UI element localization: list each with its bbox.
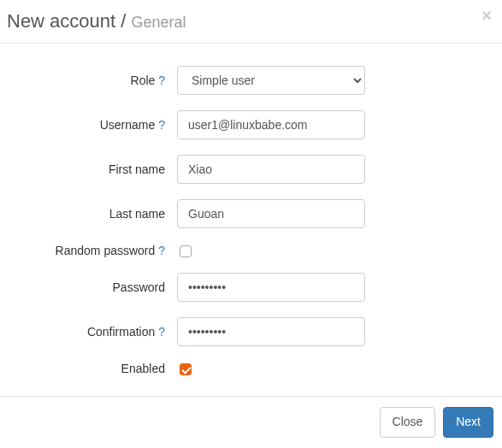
- username-input[interactable]: [177, 110, 365, 139]
- label-role: Role ?: [13, 74, 177, 87]
- row-random-password: Random password ?: [13, 244, 489, 257]
- help-icon[interactable]: ?: [158, 244, 165, 257]
- row-last-name: Last name: [13, 199, 489, 228]
- help-icon[interactable]: ?: [158, 74, 165, 87]
- row-enabled: Enabled: [13, 362, 489, 375]
- label-role-text: Role: [131, 74, 156, 87]
- row-password: Password: [13, 273, 489, 302]
- label-enabled-text: Enabled: [121, 362, 165, 375]
- last-name-input[interactable]: [177, 199, 365, 228]
- label-random-password: Random password ?: [13, 244, 177, 257]
- label-last-name-text: Last name: [109, 207, 165, 221]
- label-last-name: Last name: [13, 207, 177, 221]
- row-username: Username ?: [13, 110, 489, 139]
- modal-title: New account / General: [7, 10, 489, 32]
- label-username-text: Username: [100, 118, 156, 132]
- row-first-name: First name: [13, 155, 489, 184]
- next-button[interactable]: Next: [443, 407, 493, 438]
- close-icon[interactable]: ×: [481, 7, 492, 24]
- label-first-name-text: First name: [109, 162, 165, 176]
- first-name-input[interactable]: [177, 155, 365, 184]
- title-main: New account: [7, 10, 115, 32]
- label-confirmation-text: Confirmation: [87, 325, 155, 339]
- random-password-checkbox[interactable]: [180, 245, 192, 257]
- confirmation-input[interactable]: [177, 317, 365, 346]
- label-enabled: Enabled: [13, 362, 177, 375]
- label-confirmation: Confirmation ?: [13, 325, 177, 339]
- modal-footer: Close Next: [0, 396, 502, 448]
- title-sub: General: [132, 14, 186, 31]
- label-first-name: First name: [13, 162, 177, 176]
- close-button[interactable]: Close: [380, 407, 436, 438]
- label-password: Password: [13, 280, 177, 294]
- label-random-password-text: Random password: [56, 244, 156, 257]
- password-input[interactable]: [177, 273, 365, 302]
- modal-header: × New account / General: [0, 0, 502, 44]
- modal-body: Role ? Simple user Username ? First name…: [0, 44, 502, 399]
- label-password-text: Password: [113, 280, 165, 294]
- row-role: Role ? Simple user: [13, 66, 489, 95]
- help-icon[interactable]: ?: [158, 325, 165, 339]
- role-select[interactable]: Simple user: [177, 66, 365, 95]
- help-icon[interactable]: ?: [158, 118, 165, 132]
- enabled-checkbox[interactable]: [180, 363, 192, 375]
- title-separator: /: [115, 10, 131, 32]
- label-username: Username ?: [13, 118, 177, 132]
- row-confirmation: Confirmation ?: [13, 317, 489, 346]
